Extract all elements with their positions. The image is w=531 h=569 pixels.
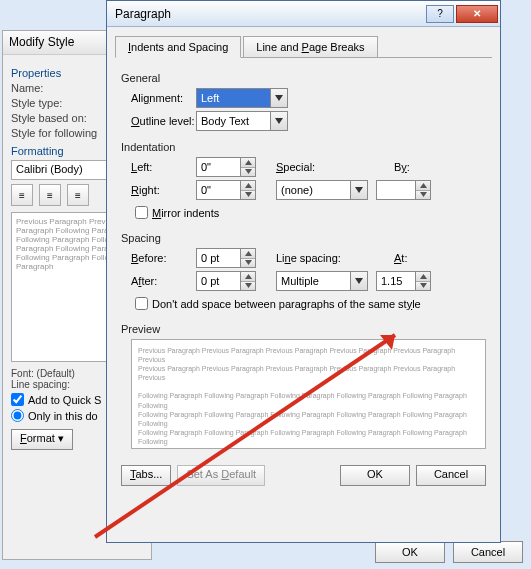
spin-buttons[interactable]: [240, 249, 255, 267]
spin-buttons[interactable]: [240, 181, 255, 199]
close-icon: ✕: [473, 8, 481, 19]
cancel-button[interactable]: Cancel: [416, 465, 486, 486]
chevron-up-icon: [416, 272, 430, 282]
chevron-down-icon: [416, 191, 430, 200]
after-label: After:: [121, 275, 196, 287]
add-quick-label: Add to Quick S: [28, 394, 101, 406]
by-label: By:: [394, 161, 410, 173]
at-label: At:: [394, 252, 407, 264]
chevron-up-icon: [241, 181, 255, 191]
add-quick-checkbox[interactable]: [11, 393, 24, 406]
outline-level-label: Outline level:: [121, 115, 196, 127]
chevron-up-icon: [416, 181, 430, 191]
parent-cancel-button[interactable]: Cancel: [453, 541, 523, 563]
right-label: Right:: [121, 184, 196, 196]
tab-bar: Indents and Spacing Line and Page Breaks: [115, 35, 492, 58]
by-spin[interactable]: [376, 180, 431, 200]
parent-ok-button[interactable]: OK: [375, 541, 445, 563]
before-spin[interactable]: 0 pt: [196, 248, 256, 268]
after-spin[interactable]: 0 pt: [196, 271, 256, 291]
chevron-up-icon: [241, 158, 255, 168]
chevron-up-icon: [241, 249, 255, 259]
chevron-down-icon: [416, 282, 430, 291]
ok-button[interactable]: OK: [340, 465, 410, 486]
dialog-footer: Tabs... Set As Default OK Cancel: [107, 459, 500, 492]
left-spin[interactable]: 0": [196, 157, 256, 177]
preview-box: Previous Paragraph Previous Paragraph Pr…: [131, 339, 486, 449]
tabs-button[interactable]: Tabs...: [121, 465, 171, 486]
alignment-select[interactable]: Left: [196, 88, 288, 108]
chevron-down-icon: [350, 181, 367, 199]
preview-heading: Preview: [121, 323, 486, 335]
special-select[interactable]: (none): [276, 180, 368, 200]
parent-dialog-buttons: OK Cancel: [375, 541, 523, 563]
spin-buttons[interactable]: [415, 272, 430, 290]
right-spin[interactable]: 0": [196, 180, 256, 200]
general-heading: General: [121, 72, 486, 84]
chevron-down-icon: [241, 282, 255, 291]
dialog-body: General Alignment: Left Outline level: B…: [107, 58, 500, 459]
dialog-title: Paragraph: [115, 7, 424, 21]
paragraph-dialog: Paragraph ? ✕ Indents and Spacing Line a…: [106, 0, 501, 543]
left-label: Left:: [121, 161, 196, 173]
before-label: Before:: [121, 252, 196, 264]
align-right-icon[interactable]: ≡: [67, 184, 89, 206]
line-spacing-select[interactable]: Multiple: [276, 271, 368, 291]
chevron-down-icon: [241, 259, 255, 268]
chevron-up-icon: [241, 272, 255, 282]
stage: OK Cancel Modify Style Properties Name: …: [0, 0, 531, 569]
tab-indents-spacing[interactable]: Indents and Spacing: [115, 36, 241, 58]
spacing-heading: Spacing: [121, 232, 486, 244]
only-doc-label: Only in this do: [28, 410, 98, 422]
indentation-heading: Indentation: [121, 141, 486, 153]
line-spacing-label: Line spacing:: [276, 252, 356, 264]
chevron-down-icon: [241, 191, 255, 200]
format-button[interactable]: Format ▾: [11, 429, 73, 450]
only-doc-radio[interactable]: [11, 409, 24, 422]
mirror-indents-label: Mirror indents: [152, 207, 219, 219]
chevron-down-icon: [350, 272, 367, 290]
question-icon: ?: [437, 8, 443, 19]
align-left-icon[interactable]: ≡: [11, 184, 33, 206]
chevron-down-icon: [270, 112, 287, 130]
alignment-label: Alignment:: [121, 92, 196, 104]
outline-level-select[interactable]: Body Text: [196, 111, 288, 131]
align-center-icon[interactable]: ≡: [39, 184, 61, 206]
set-default-button[interactable]: Set As Default: [177, 465, 265, 486]
titlebar: Paragraph ? ✕: [107, 1, 500, 27]
chevron-down-icon: [270, 89, 287, 107]
chevron-down-icon: [241, 168, 255, 177]
spin-buttons[interactable]: [240, 158, 255, 176]
spin-buttons[interactable]: [415, 181, 430, 199]
mirror-indents-checkbox[interactable]: [135, 206, 148, 219]
dont-add-space-label: Don't add space between paragraphs of th…: [152, 298, 421, 310]
help-button[interactable]: ?: [426, 5, 454, 23]
at-spin[interactable]: 1.15: [376, 271, 431, 291]
tab-line-page-breaks[interactable]: Line and Page Breaks: [243, 36, 377, 58]
dont-add-space-checkbox[interactable]: [135, 297, 148, 310]
spin-buttons[interactable]: [240, 272, 255, 290]
close-button[interactable]: ✕: [456, 5, 498, 23]
special-label: Special:: [276, 161, 346, 173]
